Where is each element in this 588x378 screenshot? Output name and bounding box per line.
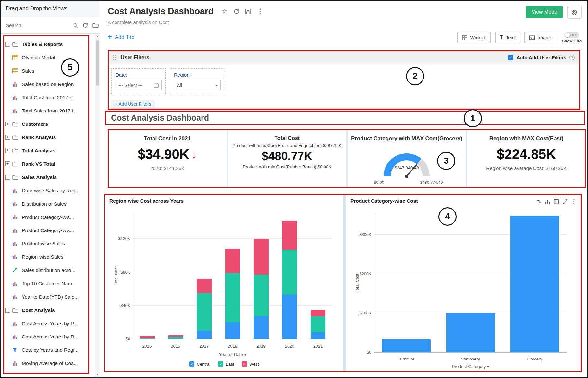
show-grid-toggle[interactable]: OFF Show Grid bbox=[562, 32, 582, 43]
stacked-bar-2021[interactable] bbox=[311, 310, 325, 339]
x-axis-label[interactable]: Product Category ▾ bbox=[374, 364, 567, 369]
tree-item[interactable]: Cost Across Years by P... bbox=[1, 317, 95, 330]
scroll-down-icon[interactable]: ▼ bbox=[95, 373, 100, 376]
text-icon: T bbox=[500, 35, 503, 41]
grid-toggle-pill[interactable]: OFF bbox=[564, 32, 579, 38]
tree-item[interactable]: Product Category-wis... bbox=[1, 224, 95, 237]
add-user-filters-link[interactable]: + Add User Filters bbox=[111, 100, 155, 108]
tree-item[interactable]: Total Cost from 2017 t... bbox=[1, 91, 95, 104]
bar-grocery[interactable] bbox=[510, 216, 559, 352]
tree-folder[interactable]: +Rank Analysis bbox=[1, 131, 95, 144]
tree-folder[interactable]: −Cost Analysis bbox=[1, 303, 95, 317]
legend-item-central[interactable]: ✓Central bbox=[189, 361, 210, 367]
x-axis-label[interactable]: Year of Date ▾ bbox=[133, 352, 332, 357]
tree-item[interactable]: Top 10 Customer Nam... bbox=[1, 277, 95, 290]
stacked-bar-2020[interactable] bbox=[282, 221, 297, 339]
stacked-bar-2017[interactable] bbox=[197, 279, 212, 339]
favorite-star-icon[interactable]: ☆ bbox=[222, 7, 228, 15]
tree-folder[interactable]: −Sales Analysis bbox=[1, 171, 95, 184]
y-tick-label: $0 bbox=[126, 337, 130, 341]
help-icon[interactable]: ? bbox=[569, 55, 575, 60]
stacked-bar-2015[interactable] bbox=[140, 336, 155, 339]
tree-item[interactable]: Cost Across Years by R... bbox=[1, 330, 95, 343]
save-icon[interactable] bbox=[245, 8, 251, 15]
add-tab-button[interactable]: + Add Tab bbox=[108, 34, 134, 40]
sort-icon[interactable] bbox=[536, 199, 541, 204]
tree-item[interactable]: Distribution of Sales bbox=[1, 197, 95, 210]
view-data-icon[interactable] bbox=[554, 199, 559, 204]
refresh-views-icon[interactable] bbox=[82, 22, 88, 28]
tree-item[interactable]: Sales distribution acro... bbox=[1, 264, 95, 277]
tree-folder[interactable]: +Rank VS Total bbox=[1, 157, 95, 171]
expand-icon[interactable]: + bbox=[5, 135, 10, 140]
stacked-bar-2019[interactable] bbox=[254, 239, 269, 339]
tree-folder[interactable]: +Customers bbox=[1, 117, 95, 131]
text-button[interactable]: T Text bbox=[495, 32, 520, 43]
legend-checkbox[interactable]: ✓ bbox=[218, 361, 223, 367]
tree-item[interactable]: Year to Date(YTD) Sale... bbox=[1, 290, 95, 303]
stacked-bar-2016[interactable] bbox=[168, 335, 183, 339]
segment bbox=[382, 339, 431, 352]
chart-type-icon[interactable] bbox=[545, 199, 550, 204]
region-filter-label: Region: bbox=[174, 72, 221, 77]
tree-folder[interactable]: −Tables & Reports bbox=[1, 38, 95, 51]
bar-stationery[interactable] bbox=[446, 313, 495, 352]
tree-item-label: Rank Analysis bbox=[22, 135, 56, 140]
region-filter-select[interactable]: All ▾ bbox=[174, 80, 221, 90]
tree-item[interactable]: Olympic Medal bbox=[1, 51, 95, 64]
legend-checkbox[interactable]: ✓ bbox=[189, 361, 194, 367]
auto-add-filters-checkbox[interactable]: ✓ bbox=[508, 55, 513, 60]
bar-furniture[interactable] bbox=[382, 339, 431, 352]
tree-item[interactable]: Product-wise Sales bbox=[1, 237, 95, 250]
search-input[interactable] bbox=[5, 22, 71, 28]
chart-more-options-icon[interactable]: ⋮ bbox=[571, 198, 577, 205]
segment-west bbox=[140, 336, 155, 338]
legend-item-east[interactable]: ✓East bbox=[218, 361, 234, 367]
tree-item-label: Cost Across Years by P... bbox=[22, 321, 78, 326]
folder-icon bbox=[12, 148, 19, 153]
expand-icon[interactable] bbox=[563, 199, 567, 204]
collapse-icon[interactable]: − bbox=[5, 308, 10, 313]
date-filter-select[interactable]: --- Select --- bbox=[116, 80, 162, 90]
kpi-card[interactable]: Total Cost in 2021$34.90K↓2020: $141.36K bbox=[108, 130, 227, 187]
kpi-card[interactable]: Total CostProduct with max Cost(Fruits a… bbox=[228, 130, 346, 187]
legend-checkbox[interactable]: ✓ bbox=[242, 361, 247, 367]
legend-item-west[interactable]: ✓West bbox=[242, 361, 259, 367]
stacked-bar-2018[interactable] bbox=[225, 249, 240, 339]
scrollbar-thumb[interactable] bbox=[96, 40, 99, 86]
tree-item[interactable]: Region-wise Sales bbox=[1, 250, 95, 264]
collapse-icon[interactable]: − bbox=[5, 175, 10, 180]
image-button[interactable]: Image bbox=[524, 32, 556, 43]
refresh-icon[interactable] bbox=[233, 8, 239, 15]
kpi-title: Total Cost bbox=[228, 136, 346, 141]
x-tick-label: 2017 bbox=[190, 344, 218, 348]
tree-item[interactable]: Product Category-wis... bbox=[1, 210, 95, 224]
view-mode-button[interactable]: View Mode bbox=[526, 6, 563, 18]
more-options-icon[interactable]: ⋮ bbox=[257, 7, 263, 15]
expand-icon[interactable]: + bbox=[5, 122, 10, 126]
drag-handle-icon[interactable] bbox=[113, 55, 114, 56]
tree-item[interactable]: Sales bbox=[1, 64, 95, 77]
folder-browse-icon[interactable] bbox=[92, 23, 99, 28]
region-filter-box: Region: All ▾ bbox=[170, 68, 225, 94]
sidebar-scrollbar[interactable]: ▲ ▼ bbox=[95, 34, 100, 377]
tree-item-label: Tables & Reports bbox=[22, 41, 63, 47]
tree-item[interactable]: Cost by Years and Regi... bbox=[1, 343, 95, 357]
tree-item[interactable]: Sales based on Region bbox=[1, 77, 95, 91]
folder-icon bbox=[12, 161, 19, 167]
y-axis-label: Total Cost bbox=[114, 266, 118, 285]
expand-icon[interactable]: + bbox=[5, 161, 10, 166]
tree-folder[interactable]: +Total Analysis bbox=[1, 144, 95, 157]
settings-button[interactable] bbox=[567, 6, 582, 19]
search-box[interactable] bbox=[5, 22, 78, 28]
collapse-icon[interactable]: − bbox=[5, 42, 10, 47]
y-tick-label: $80K bbox=[121, 270, 130, 275]
widget-button[interactable]: Widget bbox=[457, 32, 490, 43]
kpi-card[interactable]: Region with MAX Cost(East)$224.85KRegion… bbox=[467, 130, 585, 187]
tree-item[interactable]: Moving Average of Cos... bbox=[1, 357, 95, 370]
tree-item[interactable]: Total Sales from 2017 t... bbox=[1, 104, 95, 117]
tree-item[interactable]: Date-wise Sales by Reg... bbox=[1, 184, 95, 197]
scroll-up-icon[interactable]: ▲ bbox=[95, 35, 100, 38]
add-tab-label: Add Tab bbox=[115, 34, 134, 40]
expand-icon[interactable]: + bbox=[5, 148, 10, 153]
